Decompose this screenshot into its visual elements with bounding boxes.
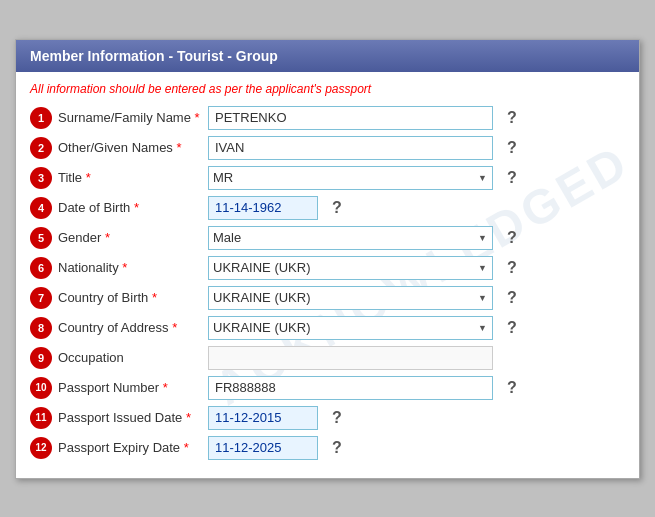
label-gender: Gender * [58, 230, 208, 245]
country-address-select[interactable]: UKRAINE (UKR) [208, 316, 493, 340]
row-num-6: 6 [30, 257, 52, 279]
form-body: ACKNOWLEDGED All information should be e… [16, 72, 639, 478]
required-mark: * [86, 170, 91, 185]
required-mark: * [105, 230, 110, 245]
gender-select-wrapper: Male Female [208, 226, 493, 250]
country-birth-select[interactable]: UKRAINE (UKR) [208, 286, 493, 310]
help-country-birth[interactable]: ? [507, 289, 517, 307]
row-gender: 5 Gender * Male Female ? [30, 226, 625, 250]
required-mark: * [177, 140, 182, 155]
row-num-11: 11 [30, 407, 52, 429]
label-surname: Surname/Family Name * [58, 110, 208, 125]
given-names-input[interactable] [208, 136, 493, 160]
required-mark: * [122, 260, 127, 275]
row-num-10: 10 [30, 377, 52, 399]
row-surname: 1 Surname/Family Name * ? [30, 106, 625, 130]
passport-number-input[interactable] [208, 376, 493, 400]
required-mark: * [152, 290, 157, 305]
required-mark: * [195, 110, 200, 125]
row-country-birth: 7 Country of Birth * UKRAINE (UKR) ? [30, 286, 625, 310]
occupation-input[interactable] [208, 346, 493, 370]
help-passport-expiry[interactable]: ? [332, 439, 342, 457]
row-num-7: 7 [30, 287, 52, 309]
help-given-names[interactable]: ? [507, 139, 517, 157]
required-mark: * [172, 320, 177, 335]
page-header: Member Information - Tourist - Group [16, 40, 639, 72]
required-mark: * [186, 410, 191, 425]
label-passport-number: Passport Number * [58, 380, 208, 395]
row-num-4: 4 [30, 197, 52, 219]
label-country-address: Country of Address * [58, 320, 208, 335]
label-given-names: Other/Given Names * [58, 140, 208, 155]
row-passport-expiry: 12 Passport Expiry Date * ? [30, 436, 625, 460]
header-title: Member Information - Tourist - Group [30, 48, 278, 64]
gender-select[interactable]: Male Female [208, 226, 493, 250]
row-num-9: 9 [30, 347, 52, 369]
required-mark: * [134, 200, 139, 215]
main-container: Member Information - Tourist - Group ACK… [15, 39, 640, 479]
required-mark: * [184, 440, 189, 455]
help-passport-issued[interactable]: ? [332, 409, 342, 427]
help-nationality[interactable]: ? [507, 259, 517, 277]
country-address-select-wrapper: UKRAINE (UKR) [208, 316, 493, 340]
row-dob: 4 Date of Birth * ? [30, 196, 625, 220]
row-num-2: 2 [30, 137, 52, 159]
title-select[interactable]: MR MRS MS DR [208, 166, 493, 190]
nationality-select[interactable]: UKRAINE (UKR) [208, 256, 493, 280]
help-title[interactable]: ? [507, 169, 517, 187]
row-passport-issued: 11 Passport Issued Date * ? [30, 406, 625, 430]
row-passport-number: 10 Passport Number * ? [30, 376, 625, 400]
row-num-1: 1 [30, 107, 52, 129]
row-num-3: 3 [30, 167, 52, 189]
row-nationality: 6 Nationality * UKRAINE (UKR) ? [30, 256, 625, 280]
label-nationality: Nationality * [58, 260, 208, 275]
help-dob[interactable]: ? [332, 199, 342, 217]
country-birth-select-wrapper: UKRAINE (UKR) [208, 286, 493, 310]
required-mark: * [163, 380, 168, 395]
help-passport-number[interactable]: ? [507, 379, 517, 397]
row-occupation: 9 Occupation [30, 346, 625, 370]
label-passport-issued: Passport Issued Date * [58, 410, 208, 425]
help-gender[interactable]: ? [507, 229, 517, 247]
form-content: All information should be entered as per… [30, 82, 625, 460]
row-num-12: 12 [30, 437, 52, 459]
notice-text: All information should be entered as per… [30, 82, 625, 96]
row-title: 3 Title * MR MRS MS DR ? [30, 166, 625, 190]
passport-expiry-input[interactable] [208, 436, 318, 460]
label-dob: Date of Birth * [58, 200, 208, 215]
label-country-birth: Country of Birth * [58, 290, 208, 305]
dob-input[interactable] [208, 196, 318, 220]
passport-issued-input[interactable] [208, 406, 318, 430]
label-occupation: Occupation [58, 350, 208, 365]
row-num-5: 5 [30, 227, 52, 249]
label-title: Title * [58, 170, 208, 185]
row-num-8: 8 [30, 317, 52, 339]
label-passport-expiry: Passport Expiry Date * [58, 440, 208, 455]
nationality-select-wrapper: UKRAINE (UKR) [208, 256, 493, 280]
help-country-address[interactable]: ? [507, 319, 517, 337]
title-select-wrapper: MR MRS MS DR [208, 166, 493, 190]
row-given-names: 2 Other/Given Names * ? [30, 136, 625, 160]
row-country-address: 8 Country of Address * UKRAINE (UKR) ? [30, 316, 625, 340]
surname-input[interactable] [208, 106, 493, 130]
help-surname[interactable]: ? [507, 109, 517, 127]
